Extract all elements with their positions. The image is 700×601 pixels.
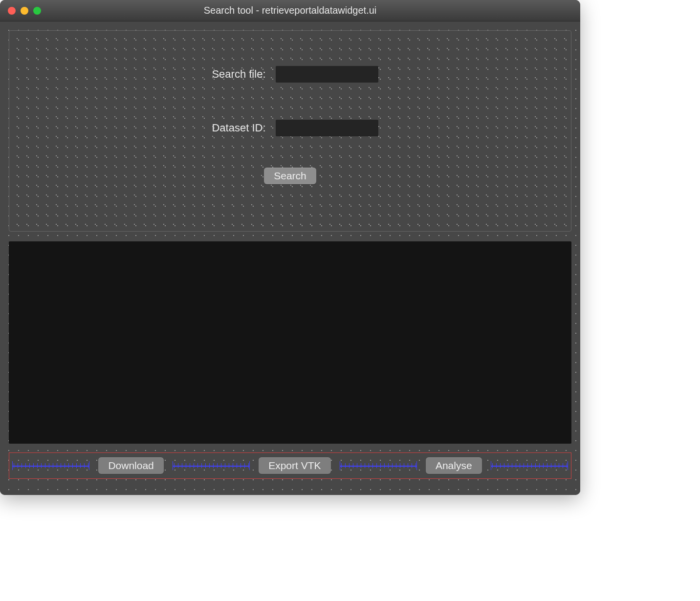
dataset-id-row: Dataset ID: bbox=[19, 118, 561, 138]
analyse-button[interactable]: Analyse bbox=[426, 457, 482, 474]
window-title: Search tool - retrieveportaldatawidget.u… bbox=[7, 5, 573, 16]
search-groupbox: Search file: Dataset ID: Search bbox=[9, 30, 571, 232]
layout-spacer-icon bbox=[12, 461, 89, 470]
search-file-input[interactable] bbox=[276, 66, 378, 83]
layout-spacer-icon bbox=[173, 461, 250, 470]
dataset-id-input[interactable] bbox=[276, 120, 378, 136]
search-button-row: Search bbox=[19, 168, 561, 184]
window-controls bbox=[8, 7, 41, 15]
close-icon[interactable] bbox=[8, 7, 16, 15]
download-button[interactable]: Download bbox=[98, 457, 163, 474]
layout-spacer-icon bbox=[491, 461, 568, 470]
titlebar[interactable]: Search tool - retrieveportaldatawidget.u… bbox=[0, 0, 580, 21]
search-file-label: Search file: bbox=[202, 68, 266, 81]
export-vtk-button[interactable]: Export VTK bbox=[259, 457, 330, 474]
search-button[interactable]: Search bbox=[264, 168, 316, 184]
results-list[interactable] bbox=[9, 241, 571, 444]
bottom-button-row: Download Export VTK Analyse bbox=[9, 452, 571, 479]
window: Search tool - retrieveportaldatawidget.u… bbox=[0, 0, 580, 495]
search-file-row: Search file: bbox=[19, 64, 561, 85]
dataset-id-label: Dataset ID: bbox=[202, 122, 266, 134]
designer-canvas[interactable]: Search file: Dataset ID: Search Download… bbox=[0, 21, 580, 495]
layout-spacer-icon bbox=[340, 461, 417, 470]
maximize-icon[interactable] bbox=[33, 7, 41, 15]
minimize-icon[interactable] bbox=[21, 7, 28, 15]
